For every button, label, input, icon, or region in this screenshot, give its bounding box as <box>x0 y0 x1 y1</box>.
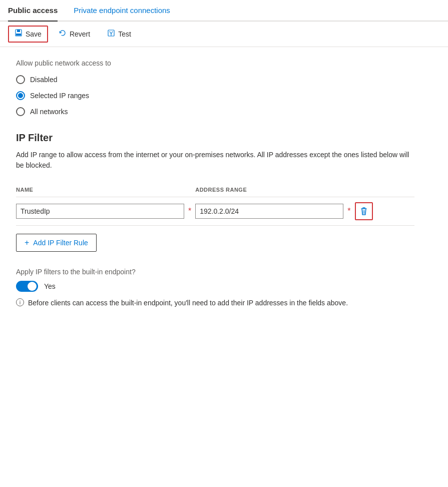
col-header-address: ADDRESS RANGE <box>195 183 354 197</box>
delete-rule-button[interactable] <box>355 202 373 220</box>
radio-selected-ip-label: Selected IP ranges <box>30 92 89 100</box>
address-required-star: * <box>347 207 350 216</box>
col-header-action <box>355 183 414 197</box>
col-header-name: NAME <box>16 183 195 197</box>
svg-rect-2 <box>16 34 21 36</box>
address-input[interactable] <box>195 204 343 219</box>
save-button[interactable]: Save <box>8 26 48 43</box>
test-icon <box>107 29 115 39</box>
radio-selected-ip <box>16 91 25 100</box>
ip-filter-title: IP Filter <box>16 132 414 144</box>
revert-label: Revert <box>70 30 90 38</box>
trash-icon <box>360 207 368 216</box>
radio-all-networks-label: All networks <box>30 108 68 116</box>
built-in-endpoint-label: Apply IP filters to the built-in endpoin… <box>16 268 414 276</box>
radio-item-selected-ip[interactable]: Selected IP ranges <box>16 91 414 100</box>
info-icon: i <box>16 298 24 306</box>
radio-item-all-networks[interactable]: All networks <box>16 107 414 116</box>
tabs-container: Public access Private endpoint connectio… <box>0 0 448 22</box>
info-text: Before clients can access the built-in e… <box>28 298 348 308</box>
radio-item-disabled[interactable]: Disabled <box>16 75 414 84</box>
ip-filter-description: Add IP range to allow access from the in… <box>16 150 414 171</box>
test-label: Test <box>118 30 131 38</box>
toolbar: Save Revert Test <box>0 22 448 47</box>
name-input[interactable] <box>16 204 184 219</box>
save-label: Save <box>26 30 42 38</box>
address-input-wrapper: * <box>195 204 350 219</box>
add-button-label: Add IP Filter Rule <box>33 239 88 247</box>
ip-filter-table: NAME ADDRESS RANGE * * <box>16 183 414 226</box>
name-input-wrapper: * <box>16 204 191 219</box>
toggle-row: Yes <box>16 281 414 292</box>
name-required-star: * <box>188 207 191 216</box>
action-cell <box>355 197 414 226</box>
table-row: * * <box>16 197 414 226</box>
built-in-endpoint-section: Apply IP filters to the built-in endpoin… <box>16 268 414 308</box>
svg-rect-1 <box>17 30 20 32</box>
address-cell: * <box>195 197 354 226</box>
tab-private-endpoint[interactable]: Private endpoint connections <box>74 0 170 22</box>
access-radio-group: Disabled Selected IP ranges All networks <box>16 75 414 116</box>
info-row: i Before clients can access the built-in… <box>16 298 414 308</box>
test-button[interactable]: Test <box>101 26 138 43</box>
tab-public-access[interactable]: Public access <box>8 0 58 22</box>
toggle-switch[interactable] <box>16 281 38 292</box>
radio-disabled-label: Disabled <box>30 76 57 84</box>
revert-icon <box>59 29 67 39</box>
radio-all-networks <box>16 107 25 116</box>
main-content: Allow public network access to Disabled … <box>0 47 430 320</box>
add-plus-icon: + <box>25 238 29 247</box>
access-section-label: Allow public network access to <box>16 59 414 67</box>
add-ip-filter-button[interactable]: + Add IP Filter Rule <box>16 234 97 252</box>
name-cell: * <box>16 197 195 226</box>
radio-disabled <box>16 75 25 84</box>
toggle-text: Yes <box>44 282 56 290</box>
save-icon <box>15 29 23 39</box>
revert-button[interactable]: Revert <box>52 26 97 43</box>
